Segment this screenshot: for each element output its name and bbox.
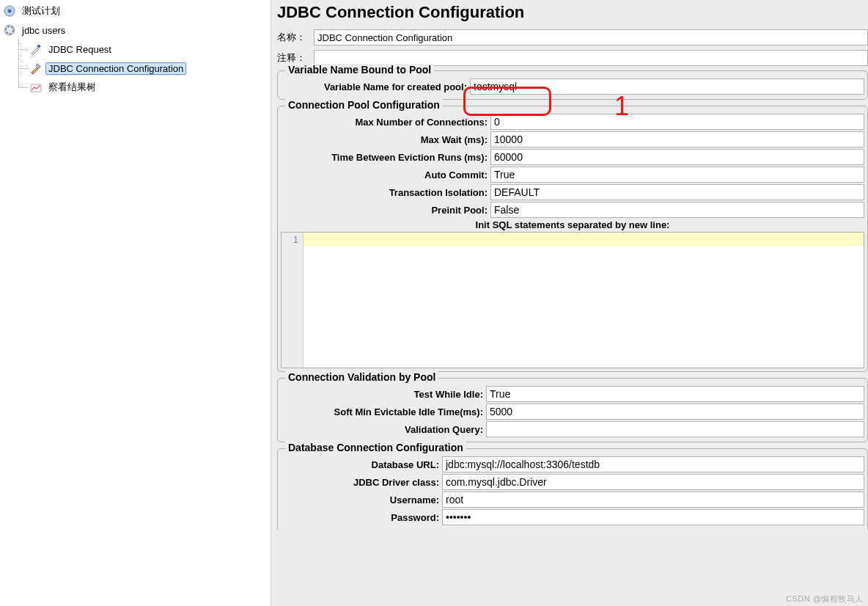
auto-commit-select[interactable] (490, 167, 864, 183)
tree-group-label: jdbc users (19, 24, 68, 37)
eviction-runs-input[interactable] (490, 149, 864, 165)
username-input[interactable] (442, 492, 864, 508)
database-url-input[interactable] (442, 456, 864, 472)
tree-item-results-tree[interactable]: 察看结果树 (0, 78, 271, 97)
page-title: JDBC Connection Configuration (277, 3, 868, 22)
watermark: CSDN @编程牧马人 (786, 594, 864, 605)
cp-k1: Max Wait (ms): (281, 134, 490, 145)
cp-k0: Max Number of Connections: (281, 117, 490, 128)
fieldset-validation: Connection Validation by Pool Test While… (277, 378, 868, 442)
fieldset-legend: Connection Validation by Pool (285, 371, 438, 383)
name-input[interactable] (314, 29, 868, 45)
init-sql-header: Init SQL statements separated by new lin… (281, 219, 864, 230)
editor-gutter: 1 (282, 233, 304, 368)
db-k2: Username: (281, 494, 442, 505)
svg-point-1 (8, 10, 12, 13)
pipette-icon (29, 43, 43, 56)
fieldset-legend: Database Connection Configuration (285, 442, 466, 453)
db-k0: Database URL: (281, 459, 442, 470)
preinit-pool-select[interactable] (490, 202, 864, 218)
tree-item-label: JDBC Request (45, 43, 114, 56)
tree-item-jdbc-config[interactable]: JDBC Connection Configuration (0, 59, 271, 78)
cp-k5: Preinit Pool: (281, 205, 490, 216)
editor-body[interactable] (304, 233, 864, 368)
cp-k3: Auto Commit: (281, 169, 490, 180)
soft-min-evict-input[interactable] (486, 404, 864, 420)
fieldset-legend: Variable Name Bound to Pool (285, 64, 434, 76)
comment-label: 注释： (277, 51, 314, 65)
val-k2: Validation Query: (281, 424, 486, 435)
fieldset-conn-pool: Connection Pool Configuration Max Number… (277, 106, 868, 372)
tree-panel: 测试计划 jdbc users JDBC Request JDBC Connec… (0, 0, 271, 606)
config-panel: JDBC Connection Configuration 名称： 注释： Va… (271, 0, 868, 606)
tree-item-label: 察看结果树 (45, 80, 99, 95)
cp-k2: Time Between Eviction Runs (ms): (281, 152, 490, 163)
name-label: 名称： (277, 31, 314, 44)
var-pool-input[interactable] (470, 79, 864, 95)
fieldset-variable-pool: Variable Name Bound to Pool Variable Nam… (277, 70, 868, 100)
validation-query-input[interactable] (486, 421, 864, 437)
tree-item-label: JDBC Connection Configuration (45, 62, 186, 75)
transaction-isolation-select[interactable] (490, 184, 864, 200)
tree-item-jdbc-request[interactable]: JDBC Request (0, 40, 271, 59)
tree-root-label: 测试计划 (19, 4, 63, 18)
val-k0: Test While Idle: (281, 389, 486, 400)
threadgroup-icon (3, 23, 16, 37)
db-k3: Password: (281, 512, 442, 523)
tools-icon (29, 62, 43, 75)
var-pool-key: Variable Name for created pool: (281, 81, 470, 92)
fieldset-legend: Connection Pool Configuration (285, 99, 443, 111)
init-sql-editor[interactable]: 1 (281, 232, 864, 368)
max-wait-input[interactable] (490, 131, 864, 147)
fieldset-db: Database Connection Configuration Databa… (277, 448, 868, 530)
password-input[interactable] (442, 509, 864, 525)
max-connections-input[interactable] (490, 114, 864, 130)
jdbc-driver-input[interactable] (442, 474, 864, 490)
testplan-icon (3, 4, 16, 18)
folder-chart-icon (29, 81, 43, 94)
tree-group[interactable]: jdbc users (0, 21, 271, 40)
val-k1: Soft Min Evictable Idle Time(ms): (281, 406, 486, 417)
cp-k4: Transaction Isolation: (281, 187, 490, 198)
db-k1: JDBC Driver class: (281, 477, 442, 488)
tree-root[interactable]: 测试计划 (0, 1, 271, 21)
test-while-idle-select[interactable] (486, 386, 864, 402)
